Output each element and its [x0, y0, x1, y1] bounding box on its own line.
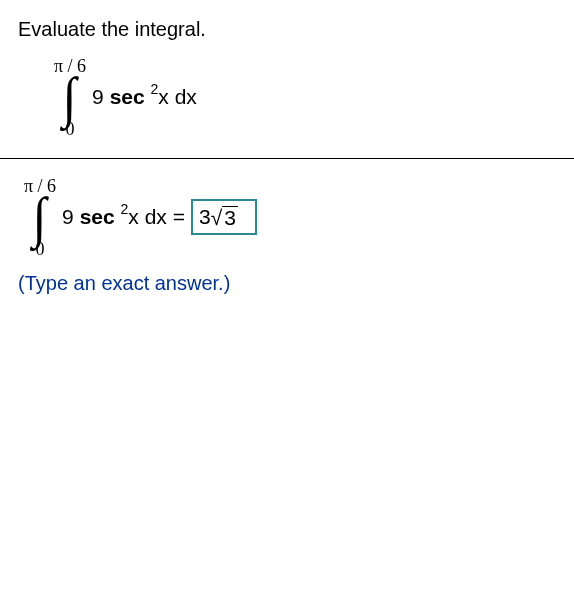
problem-integral: π / 6 ∫ 0 9 sec 2x dx	[54, 57, 556, 138]
integral-sign-icon-answer: ∫	[33, 195, 47, 240]
dx-answer: dx	[145, 205, 167, 229]
answer-radicand: 3	[222, 206, 238, 228]
question-text: Evaluate the integral.	[18, 18, 556, 41]
func-name-answer: sec	[80, 205, 115, 229]
integrand: 9 sec 2x dx	[92, 85, 197, 109]
integral-sign-icon: ∫	[63, 75, 77, 120]
section-divider	[0, 158, 574, 159]
dx: dx	[175, 85, 197, 109]
coeff: 9	[92, 85, 104, 109]
integrand-answer: 9 sec 2x dx	[62, 205, 167, 229]
coeff-answer: 9	[62, 205, 74, 229]
integral-symbol-group: π / 6 ∫ 0	[54, 57, 86, 138]
variable: x	[158, 85, 169, 109]
equals-sign: =	[173, 205, 185, 229]
variable-answer: x	[128, 205, 139, 229]
hint-text: (Type an exact answer.)	[18, 272, 556, 295]
answer-input[interactable]: 3√3	[191, 199, 257, 235]
exponent: 2	[151, 81, 159, 97]
exponent-answer: 2	[121, 201, 129, 217]
sqrt-icon: √3	[211, 206, 238, 228]
answer-equation: π / 6 ∫ 0 9 sec 2x dx = 3√3	[24, 177, 556, 258]
integral-symbol-group-answer: π / 6 ∫ 0	[24, 177, 56, 258]
func-name: sec	[110, 85, 145, 109]
answer-coeff: 3	[199, 205, 211, 229]
